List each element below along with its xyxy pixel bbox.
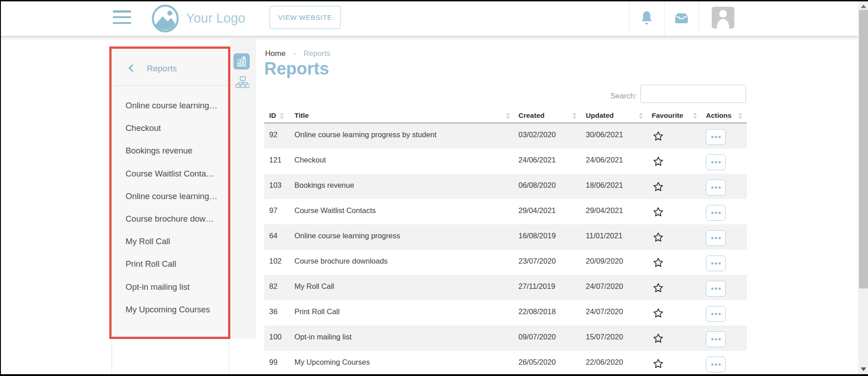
cell-updated: 29/04/2021 (586, 206, 623, 215)
view-website-button[interactable]: VIEW WEBSITE (270, 6, 341, 29)
sitemap-icon[interactable] (236, 76, 249, 88)
cell-id: 36 (269, 307, 277, 316)
sort-icon[interactable] (280, 113, 284, 119)
header-shadow (1, 36, 858, 41)
cell-created: 06/08/2020 (518, 181, 556, 190)
column-header[interactable]: ID (269, 111, 276, 120)
cell-id: 92 (269, 130, 277, 139)
scroll-down-icon[interactable] (861, 367, 866, 371)
cell-title: My Upcoming Courses (294, 358, 370, 367)
star-icon[interactable] (653, 207, 664, 219)
breadcrumb-current: Reports (303, 49, 331, 58)
star-icon[interactable] (653, 358, 664, 371)
star-icon[interactable] (653, 257, 664, 270)
table-row: 36Print Roll Call22/08/201824/07/2020 (264, 300, 747, 325)
cell-id: 121 (269, 156, 282, 164)
table-row: 97Course Waitlist Contacts29/04/202129/0… (264, 199, 747, 224)
sort-icon[interactable] (506, 113, 510, 119)
column-header[interactable]: Updated (586, 111, 614, 120)
reports-chart-icon[interactable] (233, 53, 250, 70)
cell-updated: 18/06/2021 (586, 181, 623, 190)
star-icon[interactable] (653, 308, 664, 320)
row-actions-button[interactable] (706, 180, 726, 195)
cell-updated: 20/09/2020 (586, 257, 623, 265)
table-row: 92Online course learning progress by stu… (264, 123, 747, 149)
cell-id: 102 (269, 257, 282, 265)
cell-title: Checkout (294, 156, 326, 164)
star-icon[interactable] (653, 156, 664, 169)
cell-updated: 11/01/2021 (586, 232, 622, 240)
star-icon[interactable] (653, 131, 664, 144)
table-row: 64Online course learning progress16/08/2… (264, 224, 747, 250)
row-actions-button[interactable] (706, 306, 726, 322)
cell-updated: 22/06/2020 (586, 358, 623, 367)
cell-id: 82 (269, 282, 277, 291)
cell-updated: 24/07/2020 (586, 282, 623, 291)
breadcrumb-home[interactable]: Home (265, 49, 285, 58)
cell-updated: 15/07/2020 (586, 333, 623, 341)
cell-title: Course brochure downloads (294, 257, 387, 265)
window-border-bottom (0, 374, 868, 376)
cell-updated: 24/06/2021 (586, 156, 623, 164)
star-icon[interactable] (653, 333, 664, 346)
scrollbar-thumb[interactable] (859, 10, 868, 288)
cell-title: Online course learning progress (294, 232, 400, 240)
cell-created: 16/08/2019 (518, 232, 556, 240)
column-header[interactable]: Favourite (652, 111, 683, 120)
sort-icon[interactable] (639, 113, 643, 119)
row-actions-button[interactable] (706, 331, 726, 347)
menu-icon[interactable] (113, 10, 131, 24)
annotation-highlight-box (109, 46, 230, 339)
cell-created: 22/08/2018 (518, 307, 556, 316)
table-row: 121Checkout24/06/202124/06/2021 (264, 149, 747, 174)
row-actions-button[interactable] (706, 129, 726, 145)
avatar-placeholder-icon[interactable] (712, 7, 734, 28)
row-actions-button[interactable] (706, 357, 726, 372)
cell-title: Online course learning progress by stude… (294, 130, 437, 139)
cell-created: 09/07/2020 (518, 333, 556, 341)
cell-created: 26/05/2020 (518, 358, 556, 367)
column-header[interactable]: Created (518, 111, 545, 120)
cell-created: 24/06/2021 (518, 156, 556, 164)
header-divider (664, 1, 665, 36)
logo-text: Your Logo (186, 11, 245, 26)
search-input[interactable] (640, 85, 746, 103)
search-label: Search: (583, 92, 637, 101)
cell-title: My Roll Call (294, 282, 334, 291)
breadcrumb-separator-icon: › (294, 50, 295, 57)
row-actions-button[interactable] (706, 281, 726, 297)
row-actions-button[interactable] (706, 230, 726, 246)
row-actions-button[interactable] (706, 154, 726, 170)
scroll-up-icon[interactable] (861, 5, 866, 8)
cell-title: Opt-in mailing list (294, 333, 352, 341)
header-divider (629, 1, 630, 36)
top-header-bar (1, 1, 868, 36)
cell-id: 103 (269, 181, 282, 190)
window-border-left (0, 0, 1, 376)
table-row: 103Bookings revenue06/08/202018/06/2021 (264, 174, 747, 199)
cell-id: 97 (269, 206, 277, 215)
header-divider (699, 1, 699, 36)
cell-created: 23/07/2020 (518, 257, 556, 265)
cell-id: 64 (269, 232, 277, 240)
cell-created: 29/04/2021 (518, 206, 556, 215)
bell-icon[interactable] (640, 11, 653, 25)
table-row: 82My Roll Call27/11/201924/07/2020 (264, 275, 747, 300)
star-icon[interactable] (653, 181, 664, 194)
sort-icon[interactable] (693, 113, 697, 119)
cell-created: 03/02/2020 (518, 130, 556, 139)
row-actions-button[interactable] (706, 255, 726, 271)
logo-image-icon[interactable] (151, 5, 179, 32)
star-icon[interactable] (653, 283, 664, 295)
column-header[interactable]: Title (294, 111, 309, 120)
column-header[interactable]: Actions (706, 111, 732, 120)
row-actions-button[interactable] (706, 205, 726, 221)
sort-icon[interactable] (573, 113, 577, 119)
sort-icon[interactable] (738, 113, 742, 119)
table-row: 100Opt-in mailing list09/07/202015/07/20… (264, 325, 747, 351)
cell-title: Print Roll Call (294, 307, 340, 316)
star-icon[interactable] (653, 232, 664, 245)
page-title: Reports (264, 59, 329, 79)
cell-updated: 24/07/2020 (586, 307, 623, 316)
inbox-icon[interactable] (673, 13, 690, 24)
